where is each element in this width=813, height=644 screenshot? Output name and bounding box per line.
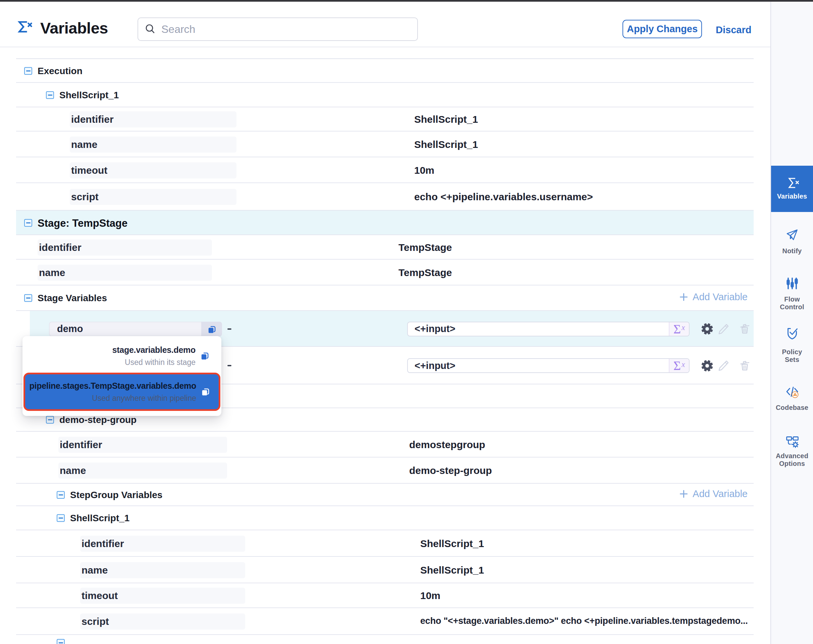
copy-option[interactable]: stage.variables.demoUsed within its stag… [28, 340, 210, 372]
copy-option-selected[interactable]: pipeline.stages.TempStage.variables.demo… [23, 373, 220, 411]
variable-name-input[interactable]: demo [49, 322, 201, 336]
rail-item-flow-control[interactable]: FlowControl [771, 270, 813, 314]
delete-trash-button[interactable] [739, 323, 751, 336]
apply-changes-button[interactable]: Apply Changes [623, 20, 702, 38]
rail-item-label: AdvancedOptions [776, 452, 808, 468]
field-value: 10m [420, 590, 440, 601]
variables-panel: Variables Search Apply Changes Discard E… [0, 0, 770, 644]
search-input[interactable]: Search [138, 17, 418, 41]
sigma-glyph: Σ [673, 359, 681, 372]
sigma-x-icon [17, 20, 32, 34]
variable-value-input[interactable]: <+input>Σx [407, 322, 690, 336]
field-value: TempStage [399, 242, 452, 253]
variable-value-input[interactable]: <+input>Σx [407, 358, 690, 373]
copy-option-text: pipeline.stages.TempStage.variables.demo… [29, 381, 201, 403]
expression-input-type-button[interactable]: Σx [669, 359, 689, 372]
paper-plane-icon [785, 228, 799, 242]
tree-node-label: demo-step-group [59, 415, 137, 425]
page-title: Variables [40, 19, 108, 37]
field-value: ShellScript_1 [414, 139, 478, 150]
variable-scope: Used anywhere within pipeline [29, 394, 196, 403]
field-value: demo-step-group [409, 465, 492, 476]
rail-item-label: FlowControl [780, 296, 804, 311]
collapse-toggle-icon[interactable] [46, 91, 54, 99]
discard-button[interactable]: Discard [716, 25, 751, 35]
sigma-x-icon [785, 176, 799, 190]
settings-gear-button[interactable] [701, 360, 713, 373]
collapse-toggle-icon[interactable] [46, 416, 54, 424]
rail-item-variables[interactable]: Variables [771, 166, 813, 212]
field-row-timeout: timeout10m [0, 157, 770, 183]
variable-path: pipeline.stages.TempStage.variables.demo [29, 381, 196, 391]
sigma-x-glyph: x [681, 360, 685, 369]
shield-check-icon [785, 327, 799, 340]
field-label: identifier [58, 437, 227, 453]
plus-icon [679, 293, 688, 302]
field-row-name: nameShellScript_1 [0, 557, 770, 583]
edit-pencil-button[interactable] [718, 323, 730, 336]
rail-item-policy-sets[interactable]: PolicySets [771, 320, 813, 368]
add-variable-button[interactable]: Add Variable [679, 488, 748, 500]
field-row-identifier: identifierdemostepgroup [0, 432, 770, 457]
tree-node-label: Execution [38, 66, 83, 77]
collapse-toggle-icon[interactable] [57, 514, 65, 522]
field-value: ShellScript_1 [420, 538, 484, 549]
settings-gear-button[interactable] [701, 323, 713, 336]
search-icon [144, 23, 156, 35]
tree-row-shellscript-1: ShellScript_1 [0, 506, 770, 530]
field-label: identifier [38, 239, 212, 256]
tree-node-label: Stage: TempStage [38, 217, 127, 229]
field-value: demostepgroup [409, 439, 485, 451]
field-label: script [80, 613, 245, 630]
variable-copy-popover: stage.variables.demoUsed within its stag… [23, 336, 221, 416]
add-variable-button[interactable]: Add Variable [679, 291, 748, 302]
rail-item-label: PolicySets [782, 348, 802, 363]
collapse-toggle-icon[interactable] [24, 67, 32, 75]
tree-node-label: StepGroup Variables [70, 490, 162, 500]
delete-trash-button[interactable] [739, 360, 751, 373]
copy-option-text: stage.variables.demoUsed within its stag… [28, 345, 200, 367]
right-sidebar-rail: Variables Notify FlowControl PolicySets … [770, 0, 813, 644]
rail-item-codebase[interactable]: Codebase [771, 379, 813, 416]
edit-pencil-icon [718, 323, 730, 335]
rail-item-label: Notify [782, 247, 802, 255]
add-variable-label: Add Variable [693, 291, 748, 302]
rail-item-label: Variables [777, 193, 807, 200]
panel-header: Variables Search Apply Changes Discard [0, 0, 770, 47]
field-row-identifier: identifierShellScript_1 [0, 530, 770, 557]
collapse-toggle-icon[interactable] [57, 639, 65, 644]
tree-row-stage-tempstage: Stage: TempStage [0, 211, 770, 235]
variable-scope: Used within its stage [28, 358, 196, 367]
edit-pencil-button[interactable] [718, 360, 730, 373]
collapse-toggle-icon[interactable] [24, 294, 32, 302]
tree-row-stage-variables: Stage VariablesAdd Variable [0, 285, 770, 311]
expression-input-type-button[interactable]: Σx [669, 322, 689, 336]
rail-item-advanced-options[interactable]: AdvancedOptions [771, 429, 813, 472]
field-value: echo <+pipeline.variables.username> [414, 191, 593, 202]
variable-value-text: <+input> [414, 360, 456, 371]
copy-variable-button[interactable] [201, 322, 222, 336]
field-label: script [70, 189, 236, 205]
variable-path: stage.variables.demo [28, 345, 196, 355]
partial-row [0, 635, 770, 643]
field-value: ShellScript_1 [420, 564, 484, 576]
field-row-identifier: identifierShellScript_1 [0, 107, 770, 132]
sliders-icon [785, 277, 799, 290]
variable-name-control: demo [49, 322, 222, 336]
rail-item-label: Codebase [776, 404, 808, 412]
field-label: name [58, 463, 227, 478]
tree-node-label: ShellScript_1 [59, 90, 119, 101]
collapse-toggle-icon[interactable] [57, 491, 65, 499]
copy-icon [207, 324, 216, 333]
field-value: ShellScript_1 [414, 114, 478, 125]
field-row-timeout: timeout10m [0, 583, 770, 608]
tree-row-shellscript-1: ShellScript_1 [0, 83, 770, 107]
field-value: 10m [414, 165, 434, 176]
rail-item-notify[interactable]: Notify [771, 221, 813, 259]
field-row-name: nameShellScript_1 [0, 132, 770, 157]
plus-icon [679, 489, 688, 498]
collapse-toggle-icon[interactable] [24, 219, 32, 227]
field-label: timeout [80, 588, 245, 604]
flowchart-gear-icon [785, 435, 799, 448]
field-row-script: scriptecho "<+stage.variables.demo>" ech… [0, 608, 770, 635]
